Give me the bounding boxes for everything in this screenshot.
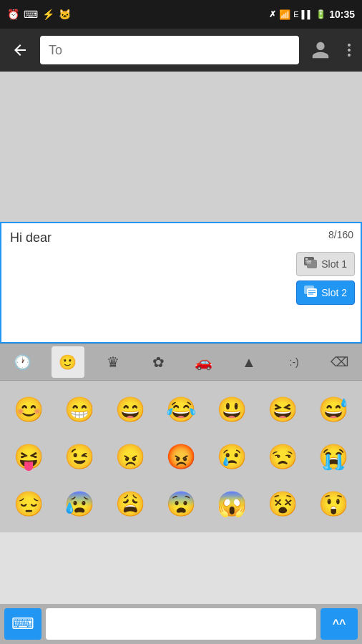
- back-button[interactable]: [6, 36, 34, 64]
- emoji-laugh[interactable]: 😄: [107, 389, 153, 429]
- emoji-grin[interactable]: 😁: [57, 389, 102, 429]
- emoji-row-1: 😊 😁 😄 😂 😃 😆 😅: [3, 386, 359, 432]
- top-bar: [0, 29, 362, 72]
- emoji-expressionless[interactable]: 😒: [260, 436, 305, 477]
- emoji-dizzy[interactable]: 😵: [260, 484, 305, 524]
- toolbar-clock-btn[interactable]: 🕐: [6, 346, 39, 378]
- message-text: Hi dear: [10, 230, 352, 245]
- battery-icon: 🔋: [315, 9, 326, 19]
- keyboard-toggle-button[interactable]: ⌨: [4, 608, 41, 640]
- keyboard-toggle-icon: ⌨: [11, 615, 34, 633]
- text-input-bar[interactable]: [46, 608, 316, 640]
- signal-bars-icon: ▌▌: [302, 10, 313, 19]
- emoji-weary[interactable]: 😩: [107, 484, 153, 524]
- emoji-satisfied[interactable]: 😆: [260, 389, 305, 429]
- slot2-label: Slot 2: [321, 287, 347, 298]
- keyboard-toolbar: 🕐 🙂 ♛ ✿ 🚗 ▲ :-) ⌫: [0, 343, 362, 381]
- slot2-button[interactable]: Slot 2: [296, 280, 355, 305]
- alarm-icon: ⏰: [7, 9, 19, 20]
- toolbar-car-btn[interactable]: 🚗: [187, 346, 220, 378]
- toolbar-crown-btn[interactable]: ♛: [97, 346, 129, 378]
- cat-icon: 🐱: [59, 9, 71, 20]
- emoji-rage[interactable]: 😡: [158, 436, 204, 477]
- emoji-cold-sweat[interactable]: 😰: [57, 484, 102, 524]
- emoji-wink[interactable]: 😉: [57, 436, 102, 477]
- toolbar-emoticon-btn[interactable]: :-): [278, 346, 310, 378]
- toolbar-flower-btn[interactable]: ✿: [142, 346, 175, 378]
- wifi-icon: 📶: [279, 9, 290, 20]
- emoji-smiley[interactable]: 😃: [209, 389, 255, 429]
- usb-icon: ⚡: [42, 9, 54, 20]
- menu-dot: [348, 44, 351, 47]
- emoji-fearful[interactable]: 😨: [158, 484, 204, 524]
- slot1-button[interactable]: Slot 1: [296, 252, 355, 276]
- slot1-label: Slot 1: [321, 258, 347, 270]
- slot2-icon: [304, 286, 318, 300]
- clock-display: 10:35: [329, 9, 355, 20]
- emoji-grid: 😊 😁 😄 😂 😃 😆 😅 😝 😉 😠 😡 😢 😒 😭 😔 😰 😩 😨 😱 😵 …: [0, 381, 362, 532]
- menu-dot: [348, 54, 351, 57]
- message-area[interactable]: Hi dear 8/160 Slot 1: [0, 222, 362, 343]
- emoji-astonished[interactable]: 😲: [310, 484, 356, 524]
- emoji-cry[interactable]: 😢: [209, 436, 255, 477]
- slot1-icon: [304, 257, 318, 271]
- emoji-angry[interactable]: 😠: [107, 436, 153, 477]
- scroll-up-button[interactable]: ^^: [321, 608, 358, 640]
- emoji-row-2: 😝 😉 😠 😡 😢 😒 😭: [3, 434, 359, 479]
- menu-dot: [348, 49, 351, 52]
- status-left-icons: ⏰ ⌨ ⚡ 🐱: [7, 9, 71, 20]
- emoji-row-3: 😔 😰 😩 😨 😱 😵 😲: [3, 481, 359, 527]
- char-count: 8/160: [328, 229, 353, 240]
- bottom-bar: ⌨ ^^: [0, 604, 362, 644]
- emoji-stuck-out-tongue[interactable]: 😝: [6, 436, 52, 477]
- signal-off-icon: ✗: [269, 9, 276, 19]
- menu-icon[interactable]: [342, 38, 356, 62]
- emoji-relaxed[interactable]: 😊: [6, 389, 52, 429]
- keyboard-icon: ⌨: [24, 9, 38, 20]
- contact-icon[interactable]: [305, 34, 336, 66]
- emoji-pensive[interactable]: 😔: [6, 484, 52, 524]
- scroll-up-label: ^^: [333, 618, 346, 630]
- emoji-sob[interactable]: 😭: [310, 436, 356, 477]
- to-input[interactable]: [40, 36, 299, 64]
- toolbar-smiley-btn[interactable]: 🙂: [52, 346, 84, 378]
- slot-buttons: Slot 1 Slot 2: [296, 252, 355, 305]
- toolbar-backspace-btn[interactable]: ⌫: [323, 346, 356, 378]
- emoji-scream[interactable]: 😱: [209, 484, 255, 524]
- main-content: [0, 72, 362, 222]
- network-icon: E: [293, 10, 298, 19]
- emoji-joy[interactable]: 😂: [158, 389, 204, 429]
- status-bar: ⏰ ⌨ ⚡ 🐱 ✗ 📶 E ▌▌ 🔋 10:35: [0, 0, 362, 29]
- toolbar-triangle-btn[interactable]: ▲: [233, 346, 265, 378]
- status-right-icons: ✗ 📶 E ▌▌ 🔋 10:35: [269, 9, 355, 20]
- emoji-sweat-smile[interactable]: 😅: [310, 389, 356, 429]
